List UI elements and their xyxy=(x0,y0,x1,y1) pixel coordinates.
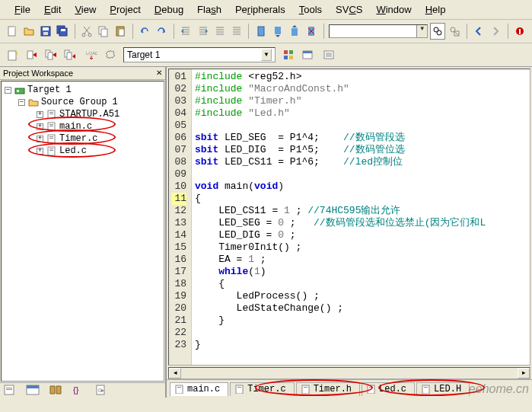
expand-icon[interactable]: + xyxy=(37,123,43,130)
file-icon xyxy=(46,122,57,131)
svg-rect-64 xyxy=(176,385,183,394)
svg-rect-17 xyxy=(119,29,124,36)
main-toolbar: ▼ xyxy=(0,20,532,43)
ws-tab-books[interactable] xyxy=(49,384,62,398)
redo-button[interactable] xyxy=(155,23,169,40)
indent-right-button[interactable] xyxy=(196,23,210,40)
menu-help[interactable]: Help xyxy=(419,2,453,17)
menu-view[interactable]: View xyxy=(68,2,103,17)
nav-back-button[interactable] xyxy=(472,23,486,40)
nav-forward-button[interactable] xyxy=(489,23,503,40)
uncomment-button[interactable] xyxy=(229,23,244,40)
editor-tab[interactable]: Timer.c xyxy=(230,382,294,396)
watermark: eehome.cn xyxy=(469,382,529,396)
svg-rect-18 xyxy=(258,27,264,36)
code-content[interactable]: #include <reg52.h>#include "MacroAndCons… xyxy=(192,69,530,365)
svg-rect-8 xyxy=(43,32,48,35)
scroll-left-button[interactable]: ◂ xyxy=(169,368,181,378)
download-button[interactable]: LOAD xyxy=(83,46,100,63)
tree-file[interactable]: +Timer.c xyxy=(3,133,162,145)
paste-button[interactable] xyxy=(113,23,128,40)
expand-icon[interactable]: + xyxy=(37,148,43,155)
open-file-button[interactable] xyxy=(21,23,36,40)
menu-debug[interactable]: Debug xyxy=(148,2,190,17)
menu-project[interactable]: Project xyxy=(103,2,147,17)
svg-rect-65 xyxy=(177,387,181,388)
undo-button[interactable] xyxy=(138,23,152,40)
tree-group[interactable]: − Source Group 1 xyxy=(3,96,162,108)
file-icon xyxy=(46,110,57,119)
file-icon xyxy=(46,134,57,143)
scroll-right-button[interactable]: ▸ xyxy=(518,368,530,378)
stop-build-button[interactable] xyxy=(62,46,78,63)
editor-tab[interactable]: LED.H xyxy=(416,382,470,396)
tool-c-button[interactable] xyxy=(320,46,337,63)
debug-button[interactable] xyxy=(513,23,527,40)
ws-tab-files[interactable] xyxy=(3,384,17,398)
translate-button[interactable] xyxy=(5,46,21,63)
expand-icon[interactable]: + xyxy=(37,111,43,118)
workspace-title-bar: Project Workspace ✕ xyxy=(0,67,165,80)
svg-rect-20 xyxy=(291,28,298,36)
menu-flash[interactable]: Flash xyxy=(190,2,228,17)
tool-b-button[interactable] xyxy=(299,46,316,63)
tool-a-button[interactable] xyxy=(280,46,297,63)
menu-svcs[interactable]: SVCS xyxy=(329,2,369,17)
svg-text:{}: {} xyxy=(73,385,79,394)
collapse-icon[interactable]: − xyxy=(5,87,11,94)
tree-file[interactable]: +STARTUP.A51 xyxy=(3,108,162,120)
svg-rect-29 xyxy=(27,51,33,59)
tree-target[interactable]: − Target 1 xyxy=(3,84,162,96)
project-workspace-panel: Project Workspace ✕ − Target 1 − Source … xyxy=(0,67,167,398)
editor-tab[interactable]: Led.c xyxy=(362,382,415,396)
save-all-button[interactable] xyxy=(55,23,69,40)
menu-file[interactable]: File xyxy=(8,2,37,17)
svg-rect-43 xyxy=(17,90,19,92)
find-in-files-button[interactable] xyxy=(448,23,462,40)
folder-icon xyxy=(28,97,39,107)
bookmark-clear-button[interactable] xyxy=(304,23,319,40)
editor-tab[interactable]: Timer.h xyxy=(296,382,360,396)
build-button[interactable] xyxy=(24,46,40,63)
svg-rect-69 xyxy=(304,387,307,388)
editor-tab[interactable]: main.c xyxy=(170,382,228,396)
comment-button[interactable] xyxy=(212,23,227,40)
svg-rect-27 xyxy=(519,29,521,34)
find-combo[interactable]: ▼ xyxy=(329,23,428,40)
tree-file[interactable]: +main.c xyxy=(3,120,162,133)
save-button[interactable] xyxy=(38,23,53,40)
svg-rect-66 xyxy=(236,385,243,394)
menu-tools[interactable]: Tools xyxy=(292,2,329,17)
project-tree[interactable]: − Target 1 − Source Group 1 +STARTUP.A51… xyxy=(1,81,164,382)
workspace-title: Project Workspace xyxy=(3,69,73,78)
indent-left-button[interactable] xyxy=(179,23,193,40)
tree-file[interactable]: +Led.c xyxy=(3,145,162,157)
options-button[interactable] xyxy=(102,46,119,63)
bookmark-prev-button[interactable] xyxy=(288,23,302,40)
copy-button[interactable] xyxy=(97,23,111,40)
bookmark-next-button[interactable] xyxy=(270,23,285,40)
svg-rect-33 xyxy=(67,53,72,59)
ws-tab-regs[interactable] xyxy=(26,384,40,398)
svg-rect-46 xyxy=(49,113,53,114)
close-icon[interactable]: ✕ xyxy=(156,69,162,78)
target-dropdown[interactable]: Target 1 ▼ xyxy=(123,47,276,62)
menu-window[interactable]: Window xyxy=(369,2,418,17)
ws-tab-func[interactable]: {} xyxy=(72,384,85,398)
find-button[interactable] xyxy=(430,23,444,40)
code-editor[interactable]: 0102030405060708091011121314151617181920… xyxy=(168,69,530,366)
svg-rect-53 xyxy=(48,147,55,155)
expand-icon[interactable]: + xyxy=(37,136,43,142)
svg-rect-4 xyxy=(8,27,15,36)
menu-edit[interactable]: Edit xyxy=(37,2,68,17)
horizontal-scrollbar[interactable]: ◂ ▸ xyxy=(168,367,530,379)
svg-rect-71 xyxy=(369,387,373,388)
new-file-button[interactable] xyxy=(5,23,19,40)
collapse-icon[interactable]: − xyxy=(18,99,25,106)
svg-rect-68 xyxy=(302,385,309,394)
ws-tab-templ[interactable]: 0▸ xyxy=(94,384,108,398)
menu-peripherals[interactable]: Peripherals xyxy=(228,2,292,17)
bookmark-toggle-button[interactable] xyxy=(253,23,268,40)
rebuild-button[interactable] xyxy=(43,46,59,63)
cut-button[interactable] xyxy=(79,23,94,40)
